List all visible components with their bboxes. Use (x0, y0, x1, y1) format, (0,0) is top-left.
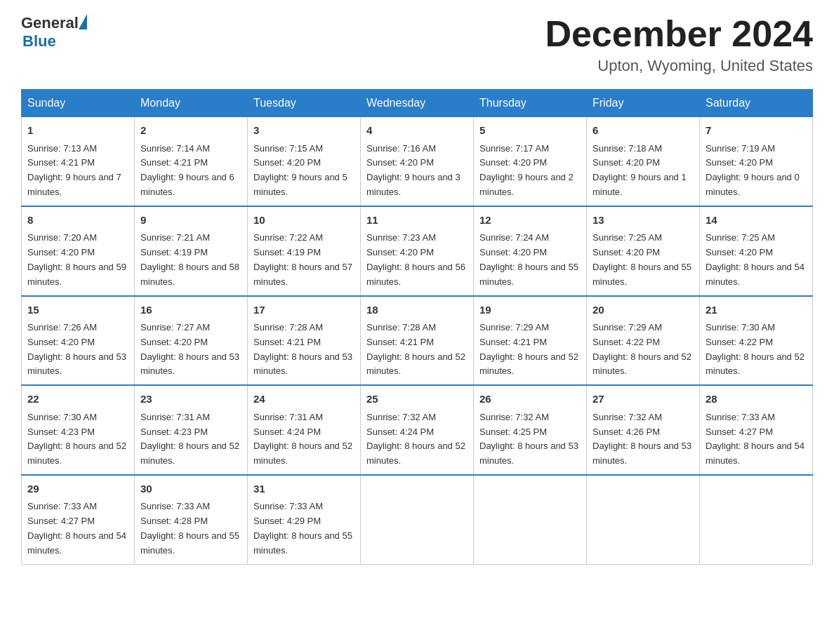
day-number: 18 (366, 302, 468, 318)
calendar-title: December 2024 (545, 14, 813, 54)
day-info: Sunrise: 7:27 AMSunset: 4:20 PMDaylight:… (140, 321, 241, 379)
calendar-cell: 17Sunrise: 7:28 AMSunset: 4:21 PMDayligh… (248, 296, 361, 386)
calendar-week-5: 29Sunrise: 7:33 AMSunset: 4:27 PMDayligh… (22, 475, 813, 564)
logo-text-general: General (21, 14, 79, 32)
calendar-cell: 19Sunrise: 7:29 AMSunset: 4:21 PMDayligh… (474, 296, 587, 386)
calendar-header-wednesday: Wednesday (361, 90, 474, 117)
calendar-header-saturday: Saturday (700, 90, 813, 117)
calendar-cell: 20Sunrise: 7:29 AMSunset: 4:22 PMDayligh… (587, 296, 700, 386)
day-info: Sunrise: 7:33 AMSunset: 4:27 PMDaylight:… (706, 410, 807, 469)
day-info: Sunrise: 7:19 AMSunset: 4:20 PMDaylight:… (706, 142, 807, 200)
day-number: 22 (27, 391, 128, 408)
day-info: Sunrise: 7:33 AMSunset: 4:27 PMDaylight:… (27, 499, 128, 558)
day-number: 29 (27, 481, 128, 497)
calendar-cell: 10Sunrise: 7:22 AMSunset: 4:19 PMDayligh… (248, 206, 361, 296)
calendar-cell (474, 475, 587, 564)
calendar-cell: 25Sunrise: 7:32 AMSunset: 4:24 PMDayligh… (361, 385, 474, 475)
calendar-cell: 7Sunrise: 7:19 AMSunset: 4:20 PMDaylight… (700, 117, 813, 206)
day-number: 27 (593, 391, 694, 408)
calendar-cell: 18Sunrise: 7:28 AMSunset: 4:21 PMDayligh… (361, 296, 474, 386)
day-info: Sunrise: 7:33 AMSunset: 4:28 PMDaylight:… (140, 499, 241, 558)
day-info: Sunrise: 7:17 AMSunset: 4:20 PMDaylight:… (479, 142, 581, 200)
day-info: Sunrise: 7:24 AMSunset: 4:20 PMDaylight:… (479, 231, 581, 289)
calendar-cell: 21Sunrise: 7:30 AMSunset: 4:22 PMDayligh… (700, 296, 813, 386)
logo: General Blue (21, 14, 87, 51)
page-header: General Blue December 2024 Upton, Wyomin… (21, 14, 813, 75)
day-info: Sunrise: 7:32 AMSunset: 4:25 PMDaylight:… (479, 410, 581, 469)
day-info: Sunrise: 7:21 AMSunset: 4:19 PMDaylight:… (140, 231, 241, 289)
day-info: Sunrise: 7:30 AMSunset: 4:22 PMDaylight:… (706, 321, 807, 379)
day-number: 20 (593, 302, 694, 318)
day-info: Sunrise: 7:29 AMSunset: 4:22 PMDaylight:… (593, 321, 694, 379)
calendar-cell (587, 475, 700, 564)
calendar-cell: 12Sunrise: 7:24 AMSunset: 4:20 PMDayligh… (474, 206, 587, 296)
calendar-header-tuesday: Tuesday (248, 90, 361, 117)
calendar-week-4: 22Sunrise: 7:30 AMSunset: 4:23 PMDayligh… (22, 385, 813, 475)
day-info: Sunrise: 7:25 AMSunset: 4:20 PMDaylight:… (593, 231, 694, 289)
calendar-cell: 31Sunrise: 7:33 AMSunset: 4:29 PMDayligh… (248, 475, 361, 564)
day-info: Sunrise: 7:28 AMSunset: 4:21 PMDaylight:… (253, 321, 355, 379)
day-info: Sunrise: 7:20 AMSunset: 4:20 PMDaylight:… (27, 231, 128, 289)
calendar-cell: 13Sunrise: 7:25 AMSunset: 4:20 PMDayligh… (587, 206, 700, 296)
day-info: Sunrise: 7:28 AMSunset: 4:21 PMDaylight:… (366, 321, 468, 379)
calendar-cell: 6Sunrise: 7:18 AMSunset: 4:20 PMDaylight… (587, 117, 700, 206)
calendar-cell: 5Sunrise: 7:17 AMSunset: 4:20 PMDaylight… (474, 117, 587, 206)
calendar-cell: 3Sunrise: 7:15 AMSunset: 4:20 PMDaylight… (248, 117, 361, 206)
calendar-cell: 26Sunrise: 7:32 AMSunset: 4:25 PMDayligh… (474, 385, 587, 475)
day-number: 11 (366, 213, 468, 229)
day-info: Sunrise: 7:30 AMSunset: 4:23 PMDaylight:… (27, 410, 128, 469)
day-number: 31 (253, 481, 355, 497)
day-number: 9 (140, 213, 241, 229)
day-number: 14 (706, 213, 807, 229)
day-number: 3 (253, 123, 355, 139)
day-number: 1 (27, 123, 128, 139)
calendar-week-3: 15Sunrise: 7:26 AMSunset: 4:20 PMDayligh… (22, 296, 813, 386)
calendar-header-sunday: Sunday (22, 90, 135, 117)
day-info: Sunrise: 7:18 AMSunset: 4:20 PMDaylight:… (593, 142, 694, 200)
logo-text-blue: Blue (22, 32, 56, 51)
calendar-cell: 27Sunrise: 7:32 AMSunset: 4:26 PMDayligh… (587, 385, 700, 475)
calendar-subtitle: Upton, Wyoming, United States (545, 57, 813, 75)
calendar-cell (361, 475, 474, 564)
day-number: 2 (140, 123, 241, 139)
day-number: 6 (593, 123, 694, 139)
day-info: Sunrise: 7:25 AMSunset: 4:20 PMDaylight:… (706, 231, 807, 289)
day-info: Sunrise: 7:29 AMSunset: 4:21 PMDaylight:… (479, 321, 581, 379)
title-area: December 2024 Upton, Wyoming, United Sta… (545, 14, 813, 75)
day-number: 28 (706, 391, 807, 408)
day-info: Sunrise: 7:14 AMSunset: 4:21 PMDaylight:… (140, 142, 241, 200)
calendar-cell: 22Sunrise: 7:30 AMSunset: 4:23 PMDayligh… (22, 385, 135, 475)
day-number: 25 (366, 391, 468, 408)
calendar-cell: 28Sunrise: 7:33 AMSunset: 4:27 PMDayligh… (700, 385, 813, 475)
calendar-header-monday: Monday (135, 90, 248, 117)
day-number: 21 (706, 302, 807, 318)
day-info: Sunrise: 7:31 AMSunset: 4:23 PMDaylight:… (140, 410, 241, 469)
calendar-cell: 16Sunrise: 7:27 AMSunset: 4:20 PMDayligh… (135, 296, 248, 386)
calendar-cell: 29Sunrise: 7:33 AMSunset: 4:27 PMDayligh… (22, 475, 135, 564)
day-info: Sunrise: 7:32 AMSunset: 4:24 PMDaylight:… (366, 410, 468, 469)
day-number: 19 (479, 302, 581, 318)
day-number: 26 (479, 391, 581, 408)
calendar-cell: 14Sunrise: 7:25 AMSunset: 4:20 PMDayligh… (700, 206, 813, 296)
day-number: 15 (27, 302, 128, 318)
calendar-cell: 1Sunrise: 7:13 AMSunset: 4:21 PMDaylight… (22, 117, 135, 206)
day-number: 10 (253, 213, 355, 229)
day-number: 8 (27, 213, 128, 229)
day-number: 17 (253, 302, 355, 318)
day-info: Sunrise: 7:22 AMSunset: 4:19 PMDaylight:… (253, 231, 355, 289)
calendar-table: SundayMondayTuesdayWednesdayThursdayFrid… (21, 89, 813, 564)
day-number: 24 (253, 391, 355, 408)
logo-triangle-icon (79, 14, 87, 29)
day-info: Sunrise: 7:31 AMSunset: 4:24 PMDaylight:… (253, 410, 355, 469)
calendar-cell: 15Sunrise: 7:26 AMSunset: 4:20 PMDayligh… (22, 296, 135, 386)
calendar-week-2: 8Sunrise: 7:20 AMSunset: 4:20 PMDaylight… (22, 206, 813, 296)
calendar-cell: 8Sunrise: 7:20 AMSunset: 4:20 PMDaylight… (22, 206, 135, 296)
calendar-header-row: SundayMondayTuesdayWednesdayThursdayFrid… (22, 90, 813, 117)
calendar-week-1: 1Sunrise: 7:13 AMSunset: 4:21 PMDaylight… (22, 117, 813, 206)
day-info: Sunrise: 7:16 AMSunset: 4:20 PMDaylight:… (366, 142, 468, 200)
calendar-cell (700, 475, 813, 564)
day-number: 7 (706, 123, 807, 139)
day-info: Sunrise: 7:26 AMSunset: 4:20 PMDaylight:… (27, 321, 128, 379)
day-number: 12 (479, 213, 581, 229)
day-info: Sunrise: 7:33 AMSunset: 4:29 PMDaylight:… (253, 499, 355, 558)
